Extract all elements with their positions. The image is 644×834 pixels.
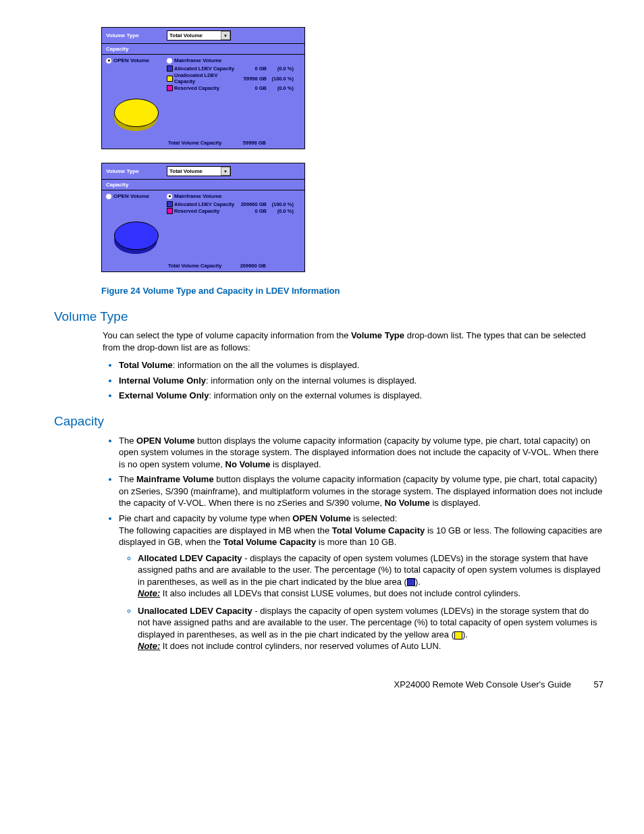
- heading-capacity: Capacity: [54, 414, 603, 429]
- total-row: Total Volume Capacity 59998 GB: [102, 137, 304, 149]
- legend-pct: (100.0 %): [267, 201, 294, 207]
- capacity-list: The OPEN Volume button displays the volu…: [103, 434, 603, 652]
- legend-value: 0 GB: [236, 85, 267, 91]
- legend-row: Unallocated LDEV Capacity59998 GB(100.0 …: [167, 72, 300, 84]
- total-row: Total Volume Capacity 209660 GB: [102, 260, 304, 271]
- list-item: External Volume Only: information only o…: [119, 389, 603, 402]
- radio-mainframe-volume[interactable]: Mainframe Volume: [167, 193, 300, 199]
- legend-label: Reserved Capacity: [174, 85, 236, 91]
- legend-value: 0 GB: [236, 208, 267, 214]
- legend-row: Allocated LDEV Capacity0 GB(0.0 %): [167, 66, 300, 72]
- color-swatch-icon: [167, 85, 173, 91]
- radio-icon: [106, 58, 111, 63]
- legend-pct: (0.0 %): [267, 85, 294, 91]
- select-value: Total Volume: [169, 32, 203, 38]
- volume-type-select[interactable]: Total Volume ▼: [167, 30, 231, 41]
- total-label: Total Volume Capacity: [168, 140, 236, 146]
- capacity-label: Capacity: [102, 44, 304, 55]
- legend-value: 209660 GB: [236, 201, 267, 207]
- legend-pct: (0.0 %): [267, 66, 294, 72]
- legend-row: Reserved Capacity0 GB(0.0 %): [167, 85, 300, 91]
- color-swatch-icon: [167, 201, 173, 207]
- radio-open-volume[interactable]: OPEN Volume: [106, 193, 167, 199]
- legend-label: Allocated LDEV Capacity: [174, 201, 236, 207]
- legend-row: Reserved Capacity0 GB(0.0 %): [167, 208, 300, 214]
- page-number: 57: [594, 679, 603, 689]
- capacity-panel-mainframe: Volume Type Total Volume ▼ Capacity OPEN…: [101, 163, 305, 272]
- page-footer: XP24000 Remote Web Console User's Guide …: [54, 679, 603, 689]
- list-item: Total Volume: information on the all the…: [119, 359, 603, 371]
- color-swatch-icon: [167, 66, 173, 72]
- radio-open-volume[interactable]: OPEN Volume: [106, 57, 167, 63]
- radio-icon: [167, 58, 172, 63]
- legend-pct: (0.0 %): [267, 208, 294, 214]
- volume-type-list: Total Volume: information on the all the…: [103, 359, 603, 402]
- radio-icon: [106, 194, 111, 199]
- radio-mainframe-volume[interactable]: Mainframe Volume: [167, 57, 300, 63]
- footer-title: XP24000 Remote Web Console User's Guide: [394, 679, 571, 689]
- figure-caption: Figure 24 Volume Type and Capacity in LD…: [101, 286, 603, 296]
- legend-label: Reserved Capacity: [174, 208, 236, 214]
- capacity-panel-open: Volume Type Total Volume ▼ Capacity OPEN…: [101, 27, 305, 149]
- legend-label: Allocated LDEV Capacity: [174, 66, 236, 72]
- volume-type-select[interactable]: Total Volume ▼: [167, 166, 231, 176]
- heading-volume-type: Volume Type: [54, 309, 603, 324]
- list-item: Unallocated LDEV Capacity - displays the…: [138, 605, 603, 652]
- list-item: Pie chart and capacity by volume type wh…: [119, 512, 603, 652]
- list-item: Allocated LDEV Capacity - displays the c…: [138, 552, 603, 600]
- total-value: 209660 GB: [236, 263, 266, 269]
- color-swatch-icon: [167, 76, 173, 82]
- volume-type-label: Volume Type: [106, 32, 167, 38]
- legend-value: 0 GB: [236, 66, 267, 72]
- chevron-down-icon[interactable]: ▼: [221, 31, 230, 40]
- pie-chart: [113, 96, 159, 133]
- list-item: The Mainframe Volume button displays the…: [119, 473, 603, 509]
- radio-icon: [167, 194, 172, 199]
- legend-row: Allocated LDEV Capacity209660 GB(100.0 %…: [167, 201, 300, 207]
- select-value: Total Volume: [169, 168, 203, 174]
- volume-type-row: Volume Type Total Volume ▼: [102, 28, 304, 44]
- capacity-label: Capacity: [102, 180, 304, 190]
- volume-type-label: Volume Type: [106, 168, 167, 174]
- color-swatch-icon: [167, 208, 173, 214]
- chevron-down-icon[interactable]: ▼: [221, 167, 230, 176]
- total-value: 59998 GB: [236, 140, 266, 146]
- list-item: The OPEN Volume button displays the volu…: [119, 434, 603, 471]
- list-item: Internal Volume Only: information only o…: [119, 374, 603, 387]
- pie-chart: [113, 219, 159, 256]
- body-text: You can select the type of volume capaci…: [103, 330, 603, 353]
- volume-type-row: Volume Type Total Volume ▼: [102, 163, 304, 180]
- legend-pct: (100.0 %): [267, 76, 294, 82]
- legend-value: 59998 GB: [236, 76, 267, 82]
- total-label: Total Volume Capacity: [168, 263, 236, 269]
- legend-label: Unallocated LDEV Capacity: [174, 72, 236, 84]
- blue-swatch-icon: [407, 578, 415, 586]
- yellow-swatch-icon: [454, 631, 462, 640]
